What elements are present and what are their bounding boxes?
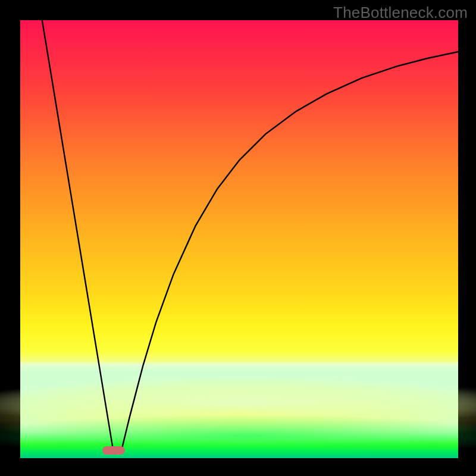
curve-right [121, 52, 458, 452]
glow-band-yellow [0, 376, 476, 447]
curve-left [42, 20, 114, 452]
minimum-marker [102, 446, 125, 455]
plot-area [20, 20, 458, 458]
chart-frame: TheBottleneck.com [0, 0, 476, 476]
curve-svg [20, 20, 458, 458]
watermark-text: TheBottleneck.com [333, 4, 468, 22]
glow-band-green [0, 415, 476, 456]
glow-band-pale [0, 378, 476, 426]
